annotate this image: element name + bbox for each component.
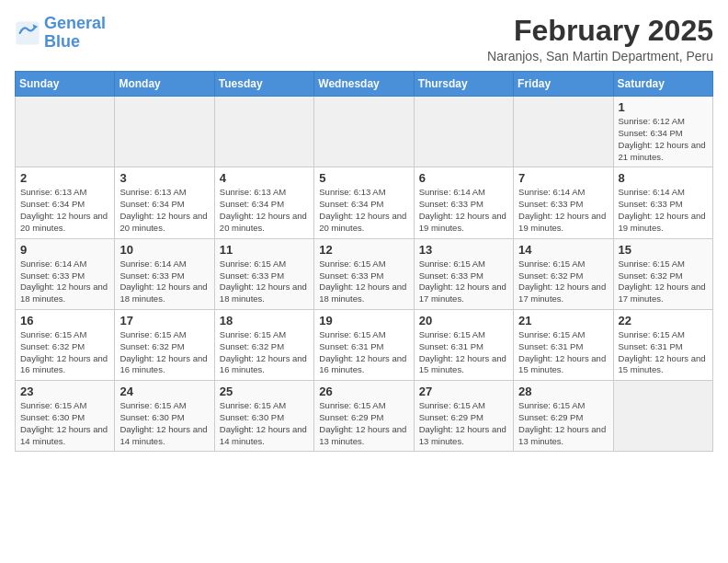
day-number: 2: [20, 171, 109, 185]
day-info: Sunrise: 6:15 AM Sunset: 6:30 PM Dayligh…: [119, 400, 209, 447]
day-number: 10: [119, 243, 209, 257]
calendar-cell: [16, 97, 115, 167]
day-number: 14: [518, 243, 608, 257]
weekday-header: Wednesday: [314, 72, 414, 97]
day-info: Sunrise: 6:14 AM Sunset: 6:33 PM Dayligh…: [619, 187, 708, 234]
day-info: Sunrise: 6:13 AM Sunset: 6:34 PM Dayligh…: [220, 187, 309, 234]
calendar-week-row: 1Sunrise: 6:12 AM Sunset: 6:34 PM Daylig…: [16, 97, 713, 167]
calendar-week-row: 9Sunrise: 6:14 AM Sunset: 6:33 PM Daylig…: [16, 238, 713, 309]
day-number: 11: [220, 243, 309, 257]
logo-text: General Blue: [44, 15, 106, 52]
day-number: 21: [518, 314, 608, 327]
weekday-header: Friday: [514, 72, 613, 97]
calendar-cell: 27Sunrise: 6:15 AM Sunset: 6:29 PM Dayli…: [414, 381, 513, 452]
calendar-cell: 1Sunrise: 6:12 AM Sunset: 6:34 PM Daylig…: [613, 97, 712, 167]
calendar-week-row: 2Sunrise: 6:13 AM Sunset: 6:34 PM Daylig…: [16, 167, 713, 238]
day-info: Sunrise: 6:15 AM Sunset: 6:30 PM Dayligh…: [20, 400, 109, 447]
location: Naranjos, San Martin Department, Peru: [487, 49, 713, 63]
page-header: General Blue February 2025 Naranjos, San…: [15, 15, 713, 63]
calendar-cell: 2Sunrise: 6:13 AM Sunset: 6:34 PM Daylig…: [16, 167, 115, 238]
calendar-cell: 16Sunrise: 6:15 AM Sunset: 6:32 PM Dayli…: [16, 309, 115, 380]
day-info: Sunrise: 6:15 AM Sunset: 6:31 PM Dayligh…: [419, 329, 508, 376]
calendar-cell: 3Sunrise: 6:13 AM Sunset: 6:34 PM Daylig…: [115, 167, 214, 238]
weekday-header: Tuesday: [214, 72, 313, 97]
day-info: Sunrise: 6:12 AM Sunset: 6:34 PM Dayligh…: [619, 116, 708, 163]
day-info: Sunrise: 6:15 AM Sunset: 6:32 PM Dayligh…: [119, 329, 209, 376]
calendar-cell: [414, 97, 513, 167]
calendar-cell: 5Sunrise: 6:13 AM Sunset: 6:34 PM Daylig…: [314, 167, 414, 238]
day-number: 22: [619, 314, 708, 327]
day-info: Sunrise: 6:15 AM Sunset: 6:32 PM Dayligh…: [518, 259, 608, 305]
calendar-cell: 12Sunrise: 6:15 AM Sunset: 6:33 PM Dayli…: [314, 238, 414, 309]
day-info: Sunrise: 6:15 AM Sunset: 6:31 PM Dayligh…: [319, 329, 408, 376]
day-number: 6: [419, 171, 508, 185]
day-number: 7: [518, 171, 608, 185]
calendar-cell: 4Sunrise: 6:13 AM Sunset: 6:34 PM Daylig…: [214, 167, 313, 238]
day-info: Sunrise: 6:15 AM Sunset: 6:30 PM Dayligh…: [220, 400, 309, 447]
day-number: 28: [518, 385, 608, 398]
logo-icon: [15, 20, 40, 46]
day-number: 1: [619, 100, 708, 114]
calendar-cell: 22Sunrise: 6:15 AM Sunset: 6:31 PM Dayli…: [613, 309, 712, 380]
day-info: Sunrise: 6:13 AM Sunset: 6:34 PM Dayligh…: [319, 187, 408, 234]
day-info: Sunrise: 6:15 AM Sunset: 6:29 PM Dayligh…: [419, 400, 508, 447]
calendar-cell: 21Sunrise: 6:15 AM Sunset: 6:31 PM Dayli…: [514, 309, 613, 380]
calendar-cell: [514, 97, 613, 167]
calendar-cell: 23Sunrise: 6:15 AM Sunset: 6:30 PM Dayli…: [16, 381, 115, 452]
calendar-cell: [214, 97, 313, 167]
calendar-cell: 24Sunrise: 6:15 AM Sunset: 6:30 PM Dayli…: [115, 381, 214, 452]
day-number: 16: [20, 314, 109, 327]
day-number: 12: [319, 243, 408, 257]
day-number: 27: [419, 385, 508, 398]
calendar-cell: 19Sunrise: 6:15 AM Sunset: 6:31 PM Dayli…: [314, 309, 414, 380]
logo-line2: Blue: [44, 32, 80, 51]
day-info: Sunrise: 6:14 AM Sunset: 6:33 PM Dayligh…: [419, 187, 508, 234]
day-number: 8: [619, 171, 708, 185]
calendar-week-row: 16Sunrise: 6:15 AM Sunset: 6:32 PM Dayli…: [16, 309, 713, 380]
calendar-cell: 15Sunrise: 6:15 AM Sunset: 6:32 PM Dayli…: [613, 238, 712, 309]
day-number: 4: [220, 171, 309, 185]
calendar-cell: 7Sunrise: 6:14 AM Sunset: 6:33 PM Daylig…: [514, 167, 613, 238]
calendar-cell: 18Sunrise: 6:15 AM Sunset: 6:32 PM Dayli…: [214, 309, 313, 380]
day-info: Sunrise: 6:15 AM Sunset: 6:31 PM Dayligh…: [518, 329, 608, 376]
day-number: 19: [319, 314, 408, 327]
weekday-header: Sunday: [16, 72, 115, 97]
day-info: Sunrise: 6:15 AM Sunset: 6:32 PM Dayligh…: [619, 259, 708, 305]
calendar-week-row: 23Sunrise: 6:15 AM Sunset: 6:30 PM Dayli…: [16, 381, 713, 452]
day-info: Sunrise: 6:13 AM Sunset: 6:34 PM Dayligh…: [119, 187, 209, 234]
calendar-cell: 9Sunrise: 6:14 AM Sunset: 6:33 PM Daylig…: [16, 238, 115, 309]
weekday-header: Saturday: [613, 72, 712, 97]
calendar-cell: [314, 97, 414, 167]
day-number: 5: [319, 171, 408, 185]
day-number: 18: [220, 314, 309, 327]
calendar-cell: 20Sunrise: 6:15 AM Sunset: 6:31 PM Dayli…: [414, 309, 513, 380]
calendar-cell: [115, 97, 214, 167]
day-number: 3: [119, 171, 209, 185]
calendar-cell: 26Sunrise: 6:15 AM Sunset: 6:29 PM Dayli…: [314, 381, 414, 452]
day-info: Sunrise: 6:15 AM Sunset: 6:32 PM Dayligh…: [20, 329, 109, 376]
day-number: 24: [119, 385, 209, 398]
month-title: February 2025: [487, 15, 713, 47]
weekday-header: Thursday: [414, 72, 513, 97]
day-number: 9: [20, 243, 109, 257]
day-info: Sunrise: 6:15 AM Sunset: 6:33 PM Dayligh…: [319, 259, 408, 305]
day-number: 25: [220, 385, 309, 398]
calendar-cell: 14Sunrise: 6:15 AM Sunset: 6:32 PM Dayli…: [514, 238, 613, 309]
day-info: Sunrise: 6:15 AM Sunset: 6:32 PM Dayligh…: [220, 329, 309, 376]
day-number: 17: [119, 314, 209, 327]
calendar-cell: 13Sunrise: 6:15 AM Sunset: 6:33 PM Dayli…: [414, 238, 513, 309]
day-info: Sunrise: 6:15 AM Sunset: 6:31 PM Dayligh…: [619, 329, 708, 376]
day-number: 20: [419, 314, 508, 327]
calendar-cell: 6Sunrise: 6:14 AM Sunset: 6:33 PM Daylig…: [414, 167, 513, 238]
logo-line1: General: [44, 14, 106, 32]
day-number: 26: [319, 385, 408, 398]
calendar-cell: 11Sunrise: 6:15 AM Sunset: 6:33 PM Dayli…: [214, 238, 313, 309]
day-info: Sunrise: 6:15 AM Sunset: 6:29 PM Dayligh…: [518, 400, 608, 447]
weekday-header-row: SundayMondayTuesdayWednesdayThursdayFrid…: [16, 72, 713, 97]
day-info: Sunrise: 6:15 AM Sunset: 6:33 PM Dayligh…: [220, 259, 309, 305]
calendar-table: SundayMondayTuesdayWednesdayThursdayFrid…: [15, 71, 713, 452]
calendar-cell: 28Sunrise: 6:15 AM Sunset: 6:29 PM Dayli…: [514, 381, 613, 452]
day-number: 13: [419, 243, 508, 257]
calendar-cell: 8Sunrise: 6:14 AM Sunset: 6:33 PM Daylig…: [613, 167, 712, 238]
title-block: February 2025 Naranjos, San Martin Depar…: [487, 15, 713, 63]
